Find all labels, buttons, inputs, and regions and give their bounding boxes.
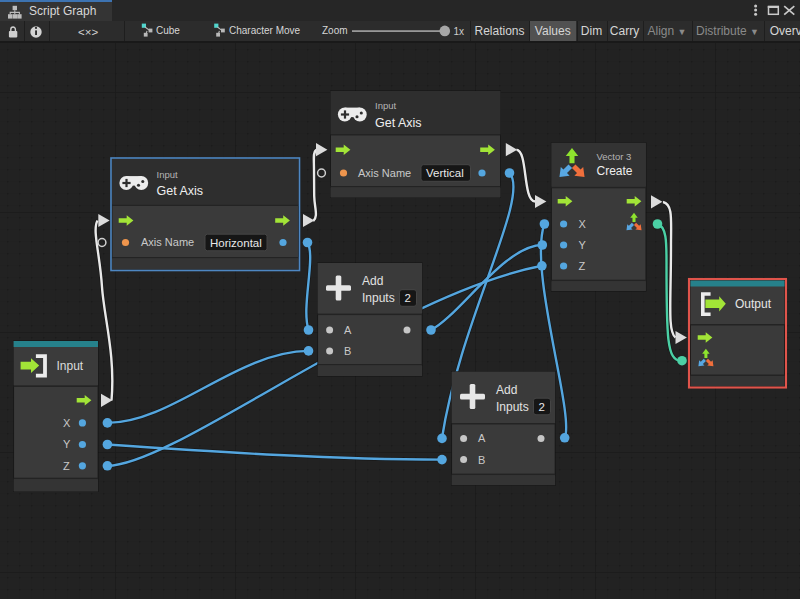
svg-text:Add: Add: [496, 383, 517, 397]
svg-text:A: A: [478, 432, 486, 444]
svg-text:Axis Name: Axis Name: [141, 236, 194, 248]
svg-text:<×>: <×>: [78, 26, 98, 38]
svg-text:Y: Y: [63, 438, 71, 450]
svg-text:X: X: [63, 417, 71, 429]
svg-text:Inputs: Inputs: [496, 400, 529, 414]
svg-text:Z: Z: [63, 460, 70, 472]
svg-text:B: B: [344, 345, 351, 357]
svg-text:Input: Input: [375, 100, 396, 111]
svg-text:Vector 3: Vector 3: [597, 151, 632, 162]
svg-text:Get Axis: Get Axis: [375, 116, 422, 130]
svg-text:Vertical: Vertical: [426, 167, 464, 179]
svg-text:B: B: [478, 454, 485, 466]
svg-text:Axis Name: Axis Name: [358, 167, 411, 179]
svg-text:Z: Z: [579, 260, 586, 272]
svg-text:Input: Input: [157, 169, 178, 180]
svg-text:Add: Add: [362, 274, 383, 288]
svg-text:Get Axis: Get Axis: [157, 184, 204, 198]
svg-text:Inputs: Inputs: [362, 291, 395, 305]
svg-text:Horizontal: Horizontal: [210, 237, 262, 249]
svg-text:Y: Y: [579, 239, 587, 251]
svg-text:2: 2: [405, 292, 411, 304]
svg-text:2: 2: [539, 401, 545, 413]
svg-text:X: X: [579, 218, 587, 230]
svg-text:1x: 1x: [454, 26, 465, 37]
svg-text:A: A: [344, 324, 352, 336]
svg-text:Create: Create: [597, 164, 633, 178]
svg-text:Input: Input: [57, 359, 84, 373]
svg-text:Output: Output: [735, 297, 772, 311]
